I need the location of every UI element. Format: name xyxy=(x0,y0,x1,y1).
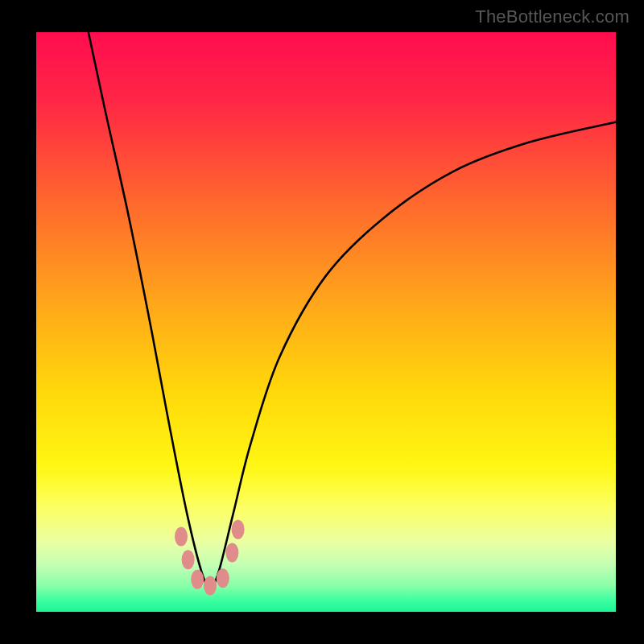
chart-frame: TheBottleneck.com xyxy=(0,0,644,644)
trough-dot xyxy=(217,568,229,588)
trough-dot xyxy=(182,550,195,569)
plot-area xyxy=(36,32,616,612)
trough-markers xyxy=(175,520,245,596)
trough-dot xyxy=(232,520,245,539)
watermark-text: TheBottleneck.com xyxy=(475,6,630,27)
curve-path xyxy=(89,32,616,588)
trough-dot xyxy=(191,570,204,589)
bottleneck-curve xyxy=(36,32,616,612)
trough-dot xyxy=(175,526,188,546)
trough-dot xyxy=(225,543,238,563)
trough-dot xyxy=(204,576,217,596)
